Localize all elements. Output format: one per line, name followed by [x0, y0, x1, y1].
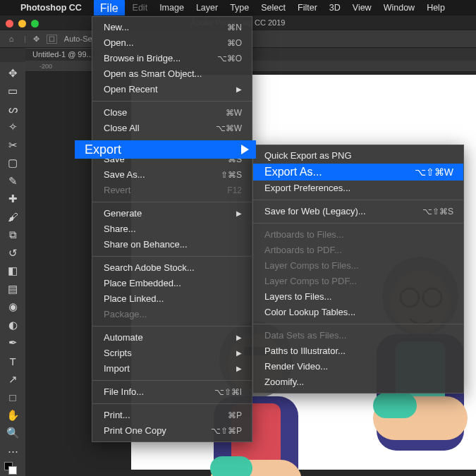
menu-item-label: Artboards to PDF...: [264, 244, 342, 257]
menu-window[interactable]: Window: [384, 3, 415, 13]
mac-menubar: Photoshop CC File Edit Image Layer Type …: [0, 0, 476, 16]
path-tool-icon[interactable]: ↗: [4, 372, 21, 386]
menu-item-label: Open as Smart Object...: [104, 68, 202, 80]
file-menu-item-place-linked[interactable]: Place Linked...: [92, 291, 252, 307]
file-menu-item-generate[interactable]: Generate▶: [92, 206, 252, 221]
file-menu-item-search-adobe-stock[interactable]: Search Adobe Stock...: [92, 260, 252, 276]
menu-file[interactable]: File: [94, 0, 125, 18]
chevron-right-icon: ▶: [236, 362, 242, 375]
menu-item-label: Scripts: [104, 347, 132, 360]
menu-item-label: Search Adobe Stock...: [104, 262, 195, 274]
file-menu-item-open-recent[interactable]: Open Recent▶: [92, 82, 252, 97]
menu-separator: [253, 200, 463, 200]
file-menu-item-browse-in-bridge[interactable]: Browse in Bridge...⌥⌘O: [92, 51, 252, 66]
pen-tool-icon[interactable]: ✒: [4, 336, 21, 350]
export-menu-item-artboards-to-files: Artboards to Files...: [253, 227, 463, 243]
file-menu-item-share-on-behance[interactable]: Share on Behance...: [92, 237, 252, 252]
file-menu-item-scripts[interactable]: Scripts▶: [92, 346, 252, 361]
file-menu-item-file-info[interactable]: File Info...⌥⇧⌘I: [92, 384, 252, 400]
auto-select-label: Auto-Se: [64, 35, 92, 43]
marquee-tool-icon[interactable]: ▭: [4, 85, 21, 99]
menu-separator: [253, 223, 463, 224]
crop-tool-icon[interactable]: ✂: [4, 138, 21, 152]
export-menu-item-zoomify[interactable]: Zoomify...: [253, 374, 463, 390]
file-menu-item-open[interactable]: Open...⌘O: [92, 35, 252, 51]
menu-item-label: Color Lookup Tables...: [264, 306, 355, 319]
file-menu-item-automate[interactable]: Automate▶: [92, 330, 252, 346]
gradient-tool-icon[interactable]: ▤: [4, 282, 21, 296]
lasso-tool-icon[interactable]: ᔕ: [4, 102, 21, 116]
minimize-icon[interactable]: [18, 20, 26, 28]
file-menu-item-close[interactable]: Close⌘W: [92, 105, 252, 121]
export-menu-item-layers-to-files[interactable]: Layers to Files...: [253, 289, 463, 305]
menu-help[interactable]: Help: [427, 3, 445, 13]
menu-shortcut: ⌥⌘W: [216, 122, 242, 135]
menu-shortcut: ⌘N: [227, 21, 242, 34]
file-menu-item-open-as-smart-object[interactable]: Open as Smart Object...: [92, 66, 252, 82]
file-menu-item-share[interactable]: Share...: [92, 221, 252, 237]
menu-item-label: Layer Comps to PDF...: [264, 275, 357, 288]
menu-3d[interactable]: 3D: [329, 3, 341, 13]
export-menu-item-paths-to-illustrator[interactable]: Paths to Illustrator...: [253, 343, 463, 359]
chevron-right-icon: ▶: [236, 347, 242, 360]
menu-select[interactable]: Select: [261, 3, 286, 13]
brush-tool-icon[interactable]: 🖌: [4, 210, 21, 224]
move-tool-icon[interactable]: ✥: [33, 35, 39, 44]
menu-item-label: Export Preferences...: [264, 182, 350, 195]
file-menu-item-close-all[interactable]: Close All⌥⌘W: [92, 121, 252, 136]
dodge-tool-icon[interactable]: ◐: [4, 318, 21, 332]
menu-type[interactable]: Type: [230, 3, 249, 13]
menu-shortcut: ⌥⇧⌘I: [214, 386, 242, 398]
export-menu-item-export-preferences[interactable]: Export Preferences...: [253, 181, 463, 196]
menu-item-label: Print...: [104, 409, 130, 422]
stamp-tool-icon[interactable]: ⧉: [4, 228, 21, 243]
maximize-icon[interactable]: [31, 20, 39, 28]
fgbg-swatch-icon[interactable]: [4, 462, 21, 476]
blur-tool-icon[interactable]: ◉: [4, 300, 21, 315]
menu-filter[interactable]: Filter: [298, 3, 317, 13]
menu-item-label: Close: [104, 106, 127, 119]
zoom-tool-icon[interactable]: 🔍: [4, 426, 21, 440]
menu-separator: [92, 403, 252, 404]
file-menu-item-export[interactable]: Export: [75, 140, 256, 159]
file-menu-item-import[interactable]: Import▶: [92, 361, 252, 377]
menu-view[interactable]: View: [353, 3, 372, 13]
menu-item-label: Layer Comps to Files...: [264, 260, 359, 272]
file-menu-item-print[interactable]: Print...⌘P: [92, 408, 252, 423]
menu-edit[interactable]: Edit: [133, 3, 148, 13]
export-menu-item-color-lookup-tables[interactable]: Color Lookup Tables...: [253, 305, 463, 320]
wand-tool-icon[interactable]: ✧: [4, 121, 21, 135]
home-icon[interactable]: ⌂: [6, 33, 17, 44]
heal-tool-icon[interactable]: ✚: [4, 193, 21, 207]
export-menu-item-export-as[interactable]: Export As...⌥⇧⌘W: [253, 164, 463, 181]
menu-separator: [92, 380, 252, 381]
file-menu-item-print-one-copy[interactable]: Print One Copy⌥⇧⌘P: [92, 423, 252, 439]
menu-separator: [92, 256, 252, 257]
type-tool-icon[interactable]: T: [4, 354, 21, 368]
export-menu-item-render-video[interactable]: Render Video...: [253, 359, 463, 374]
menu-item-label: Revert: [104, 184, 130, 197]
file-menu-item-save-as[interactable]: Save As...⇧⌘S: [92, 167, 252, 183]
export-menu-item-save-for-web-legacy[interactable]: Save for Web (Legacy)...⌥⇧⌘S: [253, 204, 463, 219]
eraser-tool-icon[interactable]: ◧: [4, 264, 21, 279]
menu-item-label: Save for Web (Legacy)...: [264, 205, 366, 218]
document-tab[interactable]: Untitled-1 @ 99...: [25, 48, 100, 61]
menu-item-label: Open...: [104, 37, 134, 49]
history-brush-tool-icon[interactable]: ↺: [4, 246, 21, 260]
svg-rect-14: [373, 393, 417, 418]
eyedropper-tool-icon[interactable]: ✎: [4, 174, 21, 188]
move-tool-icon[interactable]: ✥: [4, 66, 21, 80]
menu-separator: [92, 326, 252, 327]
rect-tool-icon[interactable]: □: [4, 390, 21, 404]
hand-tool-icon[interactable]: ✋: [4, 408, 21, 422]
file-menu-item-place-embedded[interactable]: Place Embedded...: [92, 276, 252, 291]
frame-tool-icon[interactable]: ▢: [4, 157, 21, 171]
more-tools-icon[interactable]: ⋯: [4, 444, 21, 458]
export-menu-item-data-sets-as-files: Data Sets as Files...: [253, 328, 463, 343]
menu-image[interactable]: Image: [159, 3, 184, 13]
app-name[interactable]: Photoshop CC: [20, 3, 82, 13]
close-icon[interactable]: [6, 20, 13, 28]
file-menu-item-new[interactable]: New...⌘N: [92, 20, 252, 35]
export-menu-item-quick-export-as-png[interactable]: Quick Export as PNG: [253, 148, 463, 164]
menu-layer[interactable]: Layer: [196, 3, 218, 13]
